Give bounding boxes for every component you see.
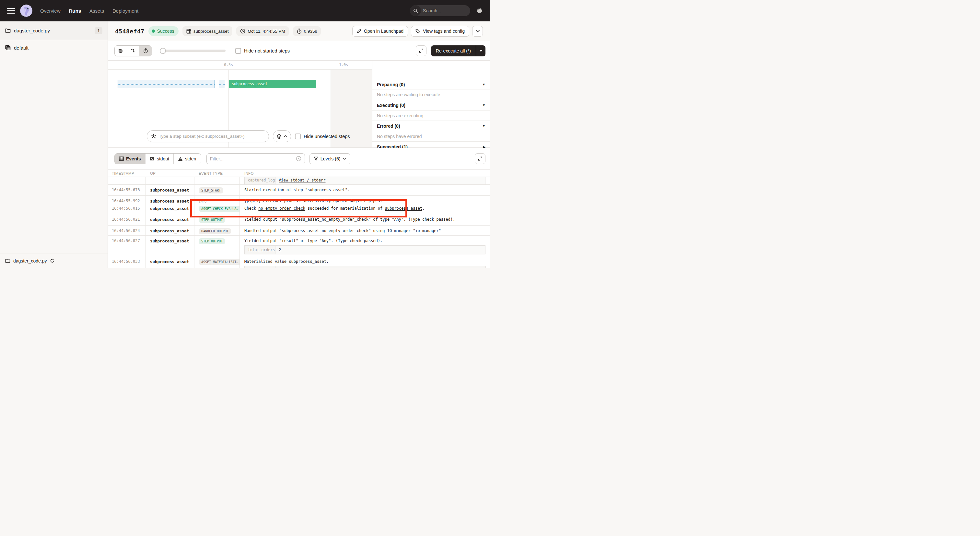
collapse-triangle-icon[interactable]: ▼ [482, 103, 485, 107]
step-subset-controls: Hide unselected steps [147, 130, 350, 142]
table-icon [119, 156, 124, 161]
op-selector-icon [151, 134, 156, 139]
nav-overview[interactable]: Overview [40, 8, 60, 14]
tab-stdout-label: stdout [157, 156, 169, 161]
zoom-slider-thumb[interactable] [160, 48, 166, 54]
timed-view-button[interactable] [139, 46, 152, 56]
gantt-step-bar[interactable]: subprocess_asset [229, 80, 316, 88]
gantt-toolbar: Hide not started steps Re-execute all (*… [108, 41, 490, 60]
panel-section-title: Preparing (0) [377, 82, 405, 87]
dagster-logo[interactable] [20, 5, 32, 17]
log-timestamp: 16:44:56.021 [108, 214, 146, 225]
global-search[interactable]: / [410, 5, 470, 16]
log-event-type [194, 177, 240, 184]
metadata-value[interactable]: View stdout / stderr [275, 177, 485, 184]
search-input[interactable] [421, 8, 470, 13]
settings-gear-icon[interactable] [476, 8, 483, 14]
search-icon [410, 5, 421, 16]
run-status-badge: Success [148, 26, 178, 36]
metadata-box: total_orders2 [244, 245, 485, 254]
graph-options-button[interactable] [273, 130, 291, 142]
log-row[interactable]: captured_logsView stdout / stderr [108, 177, 490, 185]
levels-filter-button[interactable]: Levels (5) [310, 153, 350, 164]
log-info: Check no_empty_order_check succeeded for… [240, 203, 490, 214]
waiting-phase-box [219, 80, 225, 88]
collapse-triangle-icon[interactable]: ▼ [482, 124, 485, 128]
tab-events[interactable]: Events [115, 154, 145, 164]
hide-unselected-control[interactable]: Hide unselected steps [295, 134, 350, 139]
reexecute-dropdown-toggle[interactable] [476, 45, 485, 56]
asset-grid-icon [186, 29, 191, 34]
info-link[interactable]: no_empty_order_check [258, 206, 305, 211]
hide-not-started-control[interactable]: Hide not started steps [235, 48, 290, 54]
metadata-key [245, 266, 275, 268]
panel-section-executing[interactable]: Executing (0)▼ [372, 100, 490, 110]
log-row[interactable]: 16:44:56.021subprocess_assetSTEP_OUTPUTY… [108, 214, 490, 226]
open-in-launchpad-button[interactable]: Open in Launchpad [352, 26, 408, 37]
view-tags-config-button[interactable]: View tags and config [411, 26, 469, 37]
waterfall-view-button[interactable] [127, 46, 139, 56]
sidebar-code-location[interactable]: dagster_code.py 1 [0, 21, 108, 40]
sidebar-item-default[interactable]: default [0, 40, 108, 55]
log-op: subprocess_asset [146, 235, 194, 256]
log-table-header: TIMESTAMP OP EVENT TYPE INFO [108, 170, 490, 177]
step-subset-input-wrap[interactable] [147, 130, 269, 142]
folder-icon [5, 259, 10, 263]
log-op: subprocess_asset [146, 214, 194, 225]
hamburger-menu-icon[interactable] [7, 8, 15, 14]
tab-stderr-label: stderr [185, 156, 197, 161]
collapse-triangle-icon[interactable]: ▼ [482, 83, 485, 86]
asset-chip[interactable]: subprocess_asset [183, 26, 233, 36]
log-row[interactable]: 16:44:55.673subprocess_assetSTEP_STARTSt… [108, 185, 490, 196]
flat-view-button[interactable] [115, 46, 127, 56]
log-row[interactable]: 16:44:56.033subprocess_assetASSET_MATERI… [108, 256, 490, 268]
zoom-slider[interactable] [161, 49, 226, 52]
waiting-phase-box [118, 80, 215, 88]
log-info: Yielded output "result" of type "Any". (… [240, 235, 490, 256]
run-id[interactable]: 4548ef47 [115, 28, 145, 35]
nav-deployment[interactable]: Deployment [113, 8, 138, 14]
clear-filter-icon[interactable] [296, 156, 301, 161]
log-row[interactable]: 16:44:55.992subprocess_assetINFO[pipes] … [108, 196, 490, 203]
step-subset-input[interactable] [159, 134, 265, 139]
reexecute-all-label: Re-execute all (*) [431, 45, 476, 56]
axis-tick: 0.5s [221, 62, 235, 67]
event-type-pill: STEP_OUTPUT [199, 238, 225, 244]
chevron-down-icon [476, 30, 480, 32]
log-info: Yielded output "subprocess_asset_no_empt… [240, 214, 490, 225]
gantt-chart-area: 0.5s 1.0s subprocess_asset [108, 60, 372, 148]
log-fullscreen-button[interactable] [475, 153, 485, 164]
log-filter[interactable] [207, 153, 305, 164]
info-text: . [422, 206, 425, 211]
event-log-table: TIMESTAMP OP EVENT TYPE INFO captured_lo… [108, 170, 490, 268]
hide-not-started-checkbox[interactable] [235, 48, 241, 54]
open-in-launchpad-label: Open in Launchpad [364, 29, 404, 34]
column-header-op: OP [146, 172, 194, 175]
view-tags-config-label: View tags and config [423, 29, 465, 34]
tab-stdout[interactable]: stdout [145, 154, 174, 164]
panel-section-preparing[interactable]: Preparing (0)▼ [372, 80, 490, 89]
log-op: subprocess_asset [146, 256, 194, 268]
log-row[interactable]: 16:44:56.027subprocess_assetSTEP_OUTPUTY… [108, 235, 490, 256]
info-link[interactable]: subprocess_asset [385, 206, 423, 211]
panel-section-errored[interactable]: Errored (0)▼ [372, 121, 490, 131]
reload-icon[interactable] [50, 258, 55, 263]
log-row[interactable]: 16:44:56.024subprocess_assetHANDLED_OUTP… [108, 226, 490, 235]
tab-stderr[interactable]: stderr [174, 154, 201, 164]
sidebar-item-label: default [14, 45, 29, 51]
nav-runs[interactable]: Runs [69, 8, 81, 14]
gantt-fullscreen-button[interactable] [416, 45, 426, 56]
log-filter-input[interactable] [210, 156, 294, 161]
log-event-type: STEP_OUTPUT [194, 214, 240, 225]
log-timestamp: 16:44:55.992 [108, 196, 146, 203]
run-actions-dropdown-button[interactable] [472, 26, 483, 37]
log-row[interactable]: 16:44:56.015subprocess_assetASSET_CHECK_… [108, 203, 490, 214]
layers-icon [277, 134, 282, 139]
nav-assets[interactable]: Assets [89, 8, 104, 14]
folder-icon [5, 28, 11, 33]
hide-unselected-checkbox[interactable] [295, 134, 301, 139]
warning-triangle-icon [178, 156, 183, 161]
reexecute-all-button[interactable]: Re-execute all (*) [431, 45, 485, 56]
info-text: Yielded output "subprocess_asset_no_empt… [244, 217, 455, 222]
log-info: Started execution of step "subprocess_as… [240, 185, 490, 196]
